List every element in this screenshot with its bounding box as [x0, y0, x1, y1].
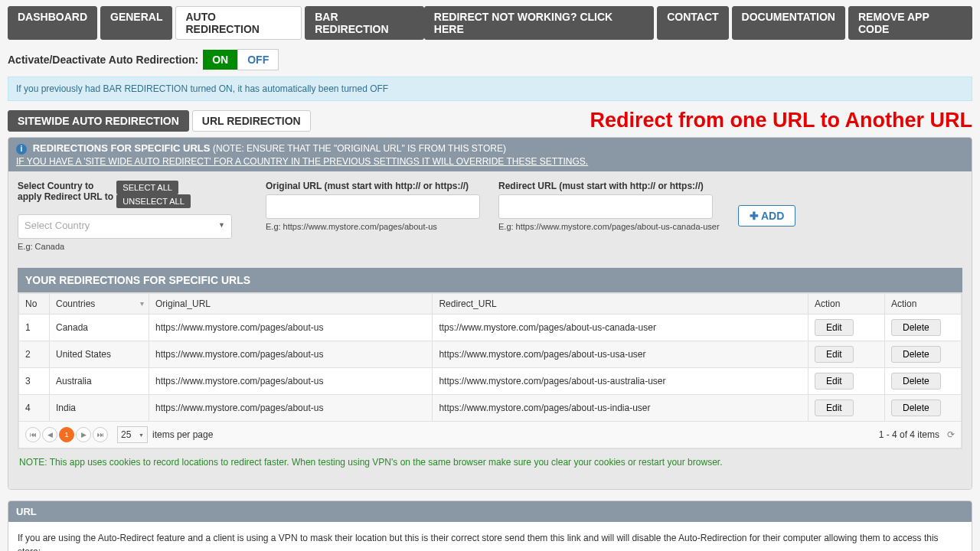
tab-auto-redirection[interactable]: AUTO REDIRECTION [175, 6, 302, 40]
filter-icon[interactable]: ▾ [140, 299, 144, 308]
table-row: 3Australiahttps://www.mystore.com/pages/… [19, 368, 962, 395]
table-row: 4Indiahttps://www.mystore.com/pages/abou… [19, 395, 962, 422]
nav-left: DASHBOARD GENERAL AUTO REDIRECTION BAR R… [8, 6, 424, 40]
pager-size[interactable]: 25 [117, 426, 148, 443]
your-redirections-head: YOUR REDIRECTIONS FOR SPECIFIC URLS [18, 268, 962, 292]
original-url-label: Original URL (must start with http:// or… [266, 181, 480, 191]
edit-button[interactable]: Edit [815, 399, 854, 416]
pager-ipp: items per page [152, 429, 213, 440]
info-icon: i [16, 144, 27, 155]
tab-bar-redirection[interactable]: BAR REDIRECTION [305, 6, 424, 40]
original-url-input[interactable] [266, 194, 480, 219]
delete-button[interactable]: Delete [891, 346, 941, 363]
table-row: 2United Stateshttps://www.mystore.com/pa… [19, 341, 962, 368]
cookie-note: NOTE: This app uses cookies to record lo… [18, 449, 962, 475]
country-select[interactable]: Select Country [18, 214, 232, 239]
pager-summary: 1 - 4 of 4 items [879, 429, 939, 440]
edit-button[interactable]: Edit [815, 346, 854, 363]
nav-right: REDIRECT NOT WORKING? CLICK HERE CONTACT… [424, 6, 972, 40]
panel-override-link[interactable]: IF YOU HAVE A 'SITE WIDE AUTO REDIRECT' … [16, 156, 964, 167]
original-url-eg: E.g: https://www.mystore.com/pages/about… [266, 222, 480, 231]
pager-prev[interactable]: ◀ [42, 427, 57, 442]
delete-button[interactable]: Delete [891, 319, 941, 336]
url-p1: If you are using the Auto-Redirect featu… [18, 531, 962, 551]
pager-next[interactable]: ▶ [76, 427, 91, 442]
pager-last[interactable]: ⏭ [93, 427, 108, 442]
info-banner: If you previously had BAR REDIRECTION tu… [8, 77, 972, 101]
col-action2: Action [885, 294, 962, 315]
pager-page[interactable]: 1 [59, 427, 74, 442]
activate-label: Activate/Deactivate Auto Redirection: [8, 54, 198, 66]
link-documentation[interactable]: DOCUMENTATION [732, 6, 845, 40]
url-panel-head: URL [8, 501, 972, 522]
table-row: 1Canadahttps://www.mystore.com/pages/abo… [19, 315, 962, 341]
col-original[interactable]: Original_URL [149, 294, 433, 315]
unselect-all-button[interactable]: UNSELECT ALL [116, 194, 191, 208]
col-redirect[interactable]: Redirect_URL [433, 294, 808, 315]
pager-first[interactable]: ⏮ [25, 427, 41, 442]
country-eg: E.g: Canada [18, 242, 247, 251]
edit-button[interactable]: Edit [815, 373, 854, 390]
subtab-url[interactable]: URL REDIRECTION [192, 110, 311, 132]
col-action1: Action [808, 294, 885, 315]
redirect-url-eg: E.g: https://www.mystore.com/pages/about… [498, 222, 720, 231]
redirections-grid: No Countries▾ Original_URL Redirect_URL … [18, 292, 962, 449]
tab-general[interactable]: GENERAL [100, 6, 172, 40]
redirect-url-input[interactable] [498, 194, 713, 219]
link-remove-code[interactable]: REMOVE APP CODE [848, 6, 972, 40]
select-all-button[interactable]: SELECT ALL [116, 181, 178, 194]
toggle-off[interactable]: OFF [237, 49, 279, 70]
edit-button[interactable]: Edit [815, 319, 854, 336]
redirect-url-label: Redirect URL (must start with http:// or… [498, 181, 720, 191]
link-not-working[interactable]: REDIRECT NOT WORKING? CLICK HERE [424, 6, 654, 40]
panel-specific-head: i REDIRECTIONS FOR SPECIFIC URLS (NOTE: … [8, 138, 972, 171]
delete-button[interactable]: Delete [891, 399, 941, 416]
delete-button[interactable]: Delete [891, 373, 941, 390]
tab-dashboard[interactable]: DASHBOARD [8, 6, 97, 40]
link-contact[interactable]: CONTACT [657, 6, 728, 40]
add-button[interactable]: ✚ ADD [738, 205, 796, 227]
country-label: Select Country to apply Redirect URL to [18, 181, 116, 202]
subtab-sitewide[interactable]: SITEWIDE AUTO REDIRECTION [8, 110, 189, 132]
refresh-icon[interactable]: ⟳ [947, 429, 955, 440]
col-countries[interactable]: Countries▾ [50, 294, 149, 315]
headline: Redirect from one URL to Another URL [590, 109, 972, 132]
toggle-on[interactable]: ON [203, 50, 237, 70]
col-no[interactable]: No [19, 294, 50, 315]
